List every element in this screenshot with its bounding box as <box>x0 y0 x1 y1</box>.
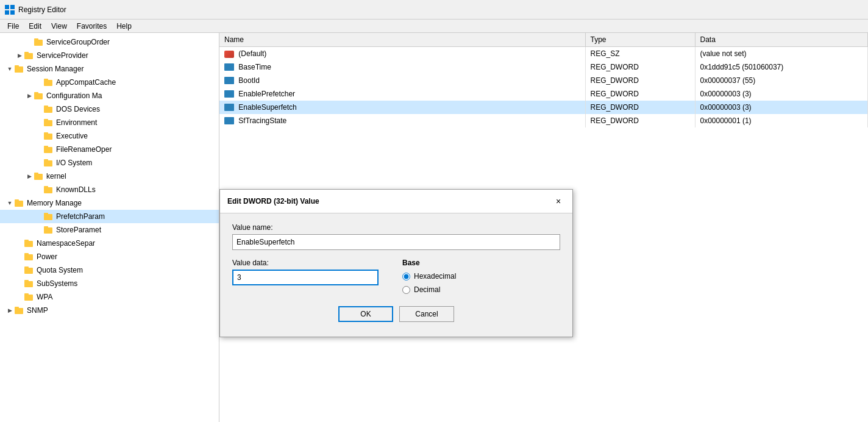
col-name: Name <box>219 33 585 47</box>
svg-rect-28 <box>15 201 23 207</box>
menu-view[interactable]: View <box>46 21 72 32</box>
svg-rect-45 <box>15 307 19 309</box>
cell-type: REG_DWORD <box>585 74 695 87</box>
tree-item-filerename[interactable]: FileRenameOper <box>0 143 219 156</box>
tree-item-known-dlls[interactable]: KnownDLLs <box>0 183 219 196</box>
svg-rect-13 <box>34 92 38 94</box>
base-label: Base <box>402 259 560 267</box>
svg-rect-0 <box>5 5 9 9</box>
menu-file[interactable]: File <box>2 21 24 32</box>
tree-item-namespace[interactable]: NamespaceSepar <box>0 237 219 250</box>
tree-item-executive[interactable]: Executive <box>0 129 219 143</box>
dialog-title: Edit DWORD (32-bit) Value <box>227 197 319 206</box>
expand-kernel[interactable]: ▶ <box>24 173 34 179</box>
svg-rect-19 <box>44 132 48 134</box>
svg-rect-39 <box>24 266 29 268</box>
tree-label-power: Power <box>37 252 57 261</box>
tree-item-store-paramet[interactable]: StoreParamet <box>0 223 219 237</box>
tree-expand-service-provider[interactable]: ▶ <box>15 52 24 59</box>
tree-item-prefetch-param[interactable]: PrefetchParam <box>0 210 219 223</box>
tree-item-service-provider[interactable]: ▶ ServiceProvider <box>0 49 219 62</box>
cell-type: REG_DWORD <box>585 114 695 127</box>
svg-rect-6 <box>24 53 33 59</box>
tree-item-session-manager[interactable]: ▼ Session Manager <box>0 62 219 76</box>
col-data: Data <box>695 33 868 47</box>
expand-memory-manage[interactable]: ▼ <box>5 200 15 206</box>
tree-label-wpa: WPA <box>37 293 52 301</box>
table-row[interactable]: SfTracingState REG_DWORD 0x00000001 (1) <box>219 114 868 127</box>
tree-item-quota-system[interactable]: Quota System <box>0 263 219 277</box>
tree-label-dos-devices: DOS Devices <box>56 105 100 113</box>
menu-favorites[interactable]: Favorites <box>72 21 112 32</box>
dword-icon <box>224 90 234 98</box>
tree-item-snmp[interactable]: ▶ SNMP <box>0 304 219 317</box>
svg-rect-15 <box>44 106 48 107</box>
folder-icon <box>15 65 24 73</box>
svg-rect-22 <box>44 160 52 166</box>
expand-snmp[interactable]: ▶ <box>5 307 15 313</box>
tree-item-power[interactable]: Power <box>0 250 219 263</box>
expand-config[interactable]: ▶ <box>24 93 34 99</box>
cancel-button[interactable]: Cancel <box>399 306 454 322</box>
cell-data: (value not set) <box>695 47 868 60</box>
svg-rect-30 <box>44 214 52 220</box>
menu-edit[interactable]: Edit <box>24 21 46 32</box>
tree-label-subsystems: SubSystems <box>37 279 77 288</box>
dialog-row: Value data: Base Hexadecimal Decimal <box>232 259 560 299</box>
radio-decimal-input[interactable] <box>402 286 410 294</box>
table-row[interactable]: BaseTime REG_DWORD 0x1ddd91c5 (501060037… <box>219 60 868 74</box>
tree-label-memory-manage: Memory Manage <box>27 199 82 207</box>
dialog-close-button[interactable]: × <box>552 195 565 208</box>
tree-item-config[interactable]: ▶ Configuration Ma <box>0 89 219 102</box>
tree-expand-session-manager[interactable]: ▼ <box>5 66 15 72</box>
tree-label-service-provider: ServiceProvider <box>37 51 88 60</box>
tree-label-service-group-order: ServiceGroupOrder <box>46 38 110 46</box>
tree-item-dos-devices[interactable]: DOS Devices <box>0 102 219 116</box>
tree-item-service-group-order[interactable]: ServiceGroupOrder <box>0 35 219 49</box>
svg-rect-4 <box>34 40 43 46</box>
ok-button[interactable]: OK <box>338 306 393 322</box>
tree-item-environment[interactable]: Environment <box>0 116 219 129</box>
cell-name: BootId <box>219 74 585 87</box>
menu-bar: File Edit View Favorites Help <box>0 20 868 33</box>
radio-hexadecimal-input[interactable] <box>402 273 410 281</box>
svg-rect-7 <box>24 52 29 54</box>
svg-rect-29 <box>15 199 19 201</box>
table-row-enable-superfetch[interactable]: EnableSuperfetch REG_DWORD 0x00000003 (3… <box>219 101 868 114</box>
tree-item-app-compat[interactable]: AppCompatCache <box>0 76 219 89</box>
svg-rect-16 <box>44 120 52 126</box>
tree-item-kernel[interactable]: ▶ kernel <box>0 170 219 183</box>
svg-rect-10 <box>44 80 52 86</box>
folder-icon <box>44 132 54 140</box>
svg-rect-44 <box>15 308 23 314</box>
tree-panel[interactable]: ServiceGroupOrder ▶ ServiceProvider ▼ Se… <box>0 33 219 422</box>
svg-rect-8 <box>15 66 23 73</box>
cell-name: EnableSuperfetch <box>219 101 585 114</box>
tree-item-wpa[interactable]: WPA <box>0 290 219 304</box>
svg-rect-25 <box>34 173 38 174</box>
radio-decimal[interactable]: Decimal <box>402 285 560 294</box>
tree-item-memory-manage[interactable]: ▼ Memory Manage <box>0 196 219 210</box>
svg-rect-17 <box>44 119 48 121</box>
svg-rect-14 <box>44 107 52 113</box>
svg-rect-35 <box>24 240 29 241</box>
radio-hexadecimal[interactable]: Hexadecimal <box>402 272 560 281</box>
tree-label-environment: Environment <box>56 118 97 127</box>
svg-rect-5 <box>34 38 38 40</box>
menu-help[interactable]: Help <box>112 21 137 32</box>
table-row[interactable]: BootId REG_DWORD 0x00000037 (55) <box>219 74 868 87</box>
tree-item-subsystems[interactable]: SubSystems <box>0 277 219 290</box>
dword-icon <box>224 63 234 71</box>
svg-rect-11 <box>44 79 48 80</box>
table-row[interactable]: (Default) REG_SZ (value not set) <box>219 47 868 60</box>
svg-rect-2 <box>5 10 9 15</box>
value-data-input[interactable] <box>232 270 379 285</box>
tree-label-store-paramet: StoreParamet <box>56 226 101 234</box>
title-bar: Registry Editor <box>0 0 868 20</box>
svg-rect-40 <box>24 281 33 287</box>
svg-rect-1 <box>10 5 15 9</box>
table-row[interactable]: EnablePrefetcher REG_DWORD 0x00000003 (3… <box>219 87 868 101</box>
value-name-input[interactable] <box>232 234 560 250</box>
tree-item-io-system[interactable]: I/O System <box>0 156 219 170</box>
folder-icon <box>24 293 34 301</box>
